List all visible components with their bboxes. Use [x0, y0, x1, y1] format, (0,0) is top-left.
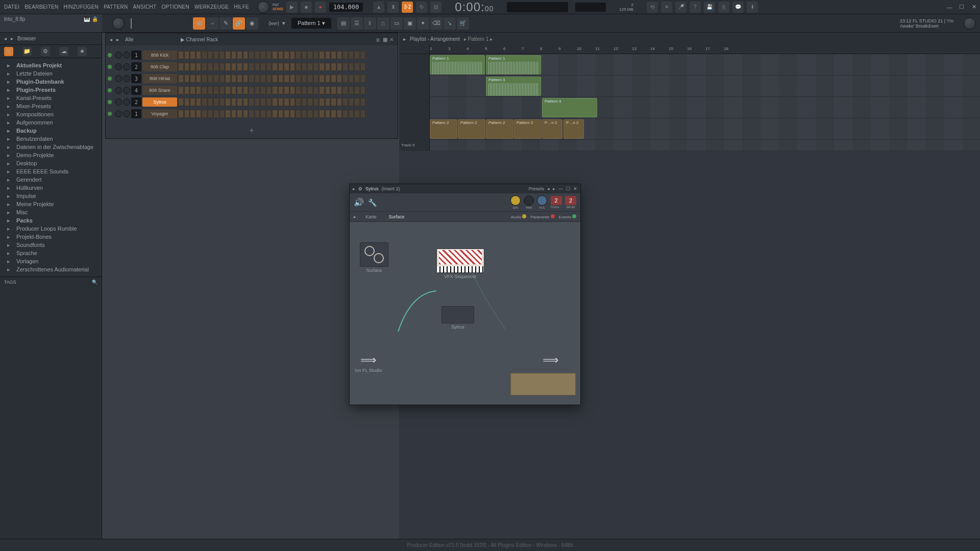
- overdub-button[interactable]: ↻: [416, 2, 427, 13]
- channel-mute-led[interactable]: [108, 77, 112, 81]
- step-button[interactable]: [325, 51, 331, 59]
- channel-name-button[interactable]: 808 HiHat: [142, 74, 177, 83]
- tree-item[interactable]: ▸Hüllkurven: [0, 184, 102, 192]
- step-button[interactable]: [354, 63, 360, 71]
- step-button[interactable]: [196, 86, 202, 94]
- step-button[interactable]: [202, 63, 207, 71]
- tree-item[interactable]: ▸Dateien in der Zwischenablage: [0, 143, 102, 151]
- tree-item[interactable]: ▸Sprache: [0, 249, 102, 257]
- track-display[interactable]: 2SPUR: [565, 196, 576, 209]
- step-button[interactable]: [219, 51, 225, 59]
- step-button[interactable]: [190, 63, 195, 71]
- playlist-view-button[interactable]: ▦: [193, 17, 205, 30]
- step-button[interactable]: [284, 51, 289, 59]
- step-button[interactable]: [284, 74, 289, 83]
- step-button[interactable]: [354, 110, 360, 118]
- step-button[interactable]: [278, 86, 284, 94]
- step-button[interactable]: [266, 86, 272, 94]
- plugin-close-icon[interactable]: ✕: [573, 186, 577, 191]
- track-header[interactable]: [399, 54, 430, 75]
- step-button[interactable]: [202, 98, 207, 106]
- step-button[interactable]: [190, 98, 195, 106]
- step-button[interactable]: [272, 51, 278, 59]
- help-button[interactable]: ?: [690, 2, 701, 13]
- step-button[interactable]: [284, 110, 289, 118]
- track-header[interactable]: [399, 118, 430, 139]
- step-button[interactable]: [208, 98, 213, 106]
- step-button[interactable]: [266, 98, 272, 106]
- patcher-canvas[interactable]: Surface VFX Sequencer Sytrus ⟹ /on FL St…: [350, 222, 580, 405]
- step-button[interactable]: [296, 74, 301, 83]
- step-button[interactable]: [202, 51, 207, 59]
- chrack-graph-icon[interactable]: ⫼: [376, 37, 381, 42]
- step-button[interactable]: [360, 74, 366, 83]
- step-button[interactable]: [202, 110, 207, 118]
- channel-mute-led[interactable]: [108, 88, 112, 92]
- channel-mixer-num[interactable]: 3: [131, 74, 141, 83]
- play-button[interactable]: ▶: [286, 2, 298, 13]
- step-button[interactable]: [337, 74, 342, 83]
- step-button[interactable]: [337, 110, 342, 118]
- browser-back-icon[interactable]: ◂: [4, 36, 7, 41]
- step-button[interactable]: [202, 86, 207, 94]
- preset-next-icon[interactable]: ▸: [553, 186, 555, 191]
- patcher-thumbnail[interactable]: [510, 373, 576, 395]
- plugin-min-icon[interactable]: —: [558, 186, 563, 191]
- step-button[interactable]: [325, 63, 331, 71]
- arrow-button[interactable]: ↘: [444, 17, 456, 30]
- step-button[interactable]: [354, 98, 360, 106]
- snap-value[interactable]: (leer): [268, 21, 279, 26]
- step-button[interactable]: [325, 110, 331, 118]
- step-button[interactable]: [260, 98, 266, 106]
- channel-name-button[interactable]: 808 Kick: [142, 51, 177, 60]
- step-button[interactable]: [313, 51, 319, 59]
- step-button[interactable]: [349, 51, 354, 59]
- channel-pan-knob[interactable]: [115, 75, 122, 82]
- step-button[interactable]: [213, 98, 219, 106]
- step-button[interactable]: [272, 74, 278, 83]
- channel-pan-knob[interactable]: [115, 63, 122, 70]
- step-button[interactable]: [272, 98, 278, 106]
- step-button[interactable]: [184, 110, 190, 118]
- step-button[interactable]: [249, 51, 254, 59]
- step-button[interactable]: [337, 51, 342, 59]
- step-button[interactable]: [178, 63, 184, 71]
- step-button[interactable]: [184, 74, 190, 83]
- step-button[interactable]: [331, 98, 336, 106]
- step-button[interactable]: [237, 74, 242, 83]
- record-button[interactable]: ●: [315, 2, 326, 13]
- news-globe-icon[interactable]: [964, 17, 976, 30]
- clip-pattern2d[interactable]: Pattern 2: [514, 119, 542, 139]
- step-button[interactable]: [342, 86, 348, 94]
- step-button[interactable]: [319, 51, 325, 59]
- channelrack-button[interactable]: ☰: [351, 17, 363, 30]
- tree-item[interactable]: ▸Kanal-Presets: [0, 94, 102, 102]
- loop-rec-button[interactable]: ⊟: [430, 2, 442, 13]
- step-button[interactable]: [237, 51, 242, 59]
- node-surface[interactable]: Surface: [360, 242, 388, 273]
- channel-mixer-num[interactable]: 4: [131, 86, 141, 95]
- step-button[interactable]: [219, 74, 225, 83]
- clip-pattern1b[interactable]: Pattern 1: [486, 55, 541, 74]
- step-button[interactable]: [260, 86, 266, 94]
- step-button[interactable]: [231, 51, 237, 59]
- track-header[interactable]: [399, 97, 430, 118]
- main-pitch-knob[interactable]: [257, 1, 270, 13]
- channel-vol-knob[interactable]: [123, 110, 130, 117]
- node-to-fl[interactable]: ⟹: [543, 354, 559, 367]
- menu-file[interactable]: DATEI: [2, 3, 21, 11]
- live-button[interactable]: ◉: [246, 17, 258, 30]
- step-button[interactable]: [243, 86, 249, 94]
- step-button[interactable]: [260, 51, 266, 59]
- step-button[interactable]: [360, 86, 366, 94]
- step-button[interactable]: [272, 63, 278, 71]
- step-button[interactable]: [349, 63, 354, 71]
- tree-item[interactable]: ▸Misc: [0, 208, 102, 216]
- tree-item[interactable]: ▸Soundfonts: [0, 241, 102, 249]
- step-button[interactable]: [337, 86, 342, 94]
- wrench-icon[interactable]: 🔧: [368, 198, 377, 207]
- channel-pan-knob[interactable]: [115, 98, 122, 106]
- channel-vol-knob[interactable]: [123, 75, 130, 82]
- channel-mixer-num[interactable]: 1: [131, 51, 141, 60]
- step-button[interactable]: [178, 74, 184, 83]
